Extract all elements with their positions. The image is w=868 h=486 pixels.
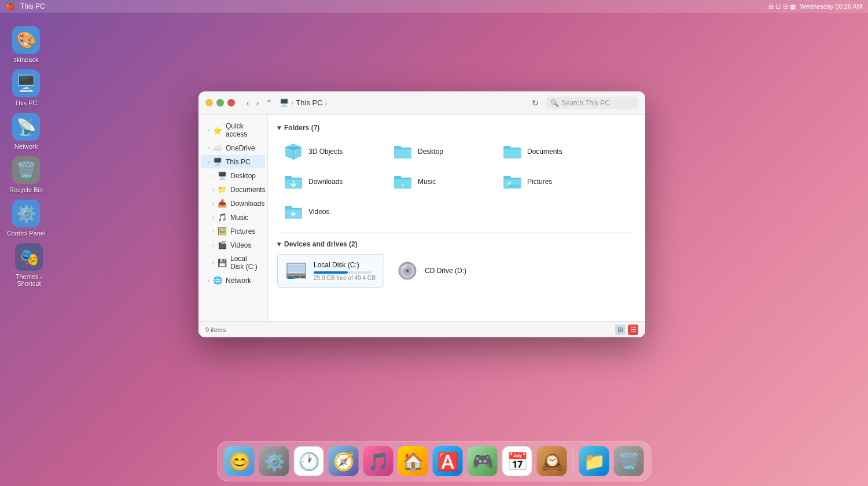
sidebar-item-documents[interactable]: › 📁 Documents	[201, 183, 265, 196]
refresh-button[interactable]: ↻	[529, 97, 541, 109]
network-sidebar-label: Network	[226, 277, 251, 285]
chevron-icon: ›	[208, 145, 209, 151]
svg-text:♪: ♪	[402, 181, 404, 187]
sidebar-item-pictures[interactable]: › 🖼️ Pictures	[201, 224, 265, 238]
breadcrumb: 🖥️ › This PC ›	[279, 98, 525, 107]
minimize-button[interactable]	[205, 99, 213, 106]
file-item-downloads[interactable]: Downloads	[277, 168, 384, 196]
music-sidebar-label: Music	[230, 213, 248, 222]
traffic-lights	[205, 99, 235, 106]
recycle-bin-icon: 🗑️	[12, 156, 40, 184]
sidebar-item-network[interactable]: › 🌐 Network	[201, 274, 265, 287]
folders-section-header[interactable]: ▾ Folders (7)	[277, 124, 636, 132]
sidebar-item-this-pc[interactable]: › 🖥️ This PC	[201, 155, 265, 168]
dock-item-app-store[interactable]: 🅰️	[433, 446, 463, 476]
file-item-music[interactable]: ♪ Music	[387, 168, 494, 196]
desktop-icon-control-panel[interactable]: ⚙️ Control Panel	[6, 200, 46, 237]
sidebar-item-desktop[interactable]: › 🖥️ Desktop	[201, 169, 265, 182]
this-pc-sidebar-icon: 🖥️	[213, 157, 222, 166]
themes-label: Themes - Shortcut	[6, 273, 52, 287]
videos-sidebar-label: Videos	[230, 241, 251, 249]
menubar-left: 🍎 This PC	[6, 2, 45, 10]
file-item-3d-objects[interactable]: 3D Objects	[277, 138, 384, 165]
dock-separator	[573, 450, 573, 473]
sidebar-item-downloads[interactable]: › 📥 Downloads	[201, 197, 265, 210]
forward-button[interactable]: ›	[254, 97, 262, 109]
dock-item-time-machine[interactable]: 🕰️	[537, 446, 567, 476]
desktop-icon-recycle-bin[interactable]: 🗑️ Recycle Bin	[6, 156, 46, 193]
desktop-icon-themes[interactable]: 🎭 Themes - Shortcut	[6, 243, 52, 287]
list-view-button[interactable]: ☰	[628, 325, 638, 335]
desktop-folder-icon	[392, 141, 413, 162]
desktop-sidebar-label: Desktop	[230, 172, 256, 180]
control-panel-label: Control Panel	[7, 230, 46, 237]
maximize-button[interactable]	[216, 99, 224, 106]
documents-folder-name: Documents	[527, 148, 562, 156]
dock-item-gaming[interactable]: 🎮	[468, 446, 498, 476]
chevron-icon: ›	[212, 173, 214, 179]
documents-sidebar-icon: 📁	[218, 185, 227, 194]
dock-item-files[interactable]: 📁	[579, 446, 609, 476]
apple-menu[interactable]: 🍎	[6, 2, 14, 10]
local-disk-icon	[285, 259, 308, 282]
dock-item-finder[interactable]: 😊	[225, 446, 255, 476]
dock-item-home[interactable]: 🏠	[398, 446, 428, 476]
file-item-documents[interactable]: Documents	[496, 138, 603, 165]
dock-item-clock[interactable]: 🕐	[294, 446, 324, 476]
sidebar-item-local-disk[interactable]: › 💾 Local Disk (C:)	[201, 252, 265, 273]
sidebar-item-onedrive[interactable]: › ☁️ OneDrive	[201, 141, 265, 154]
dock-item-system-prefs[interactable]: ⚙️	[259, 446, 289, 476]
content-area: › ⭐ Quick access › ☁️ OneDrive › 🖥️ This…	[198, 115, 645, 321]
chevron-icon: ›	[212, 201, 214, 207]
grid-view-button[interactable]: ⊞	[615, 325, 626, 335]
quick-access-icon: ⭐	[213, 126, 222, 135]
datetime: Wednesday 06:26 AM	[800, 3, 862, 10]
chevron-icon: ›	[212, 187, 214, 193]
dock-item-music[interactable]: 🎵	[363, 446, 393, 476]
documents-folder-icon	[502, 141, 523, 162]
dock: 😊 ⚙️ 🕐 🧭 🎵 🏠 🅰️ 🎮 📅 🕰️ 📁 🗑️	[217, 441, 652, 481]
up-button[interactable]: ⌃	[263, 97, 275, 109]
drives-section-label: Devices and drives (2)	[284, 240, 358, 248]
search-box[interactable]: 🔍 Search This PC	[546, 97, 638, 109]
sidebar-item-quick-access[interactable]: › ⭐ Quick access	[201, 120, 265, 141]
local-disk-bar-fill	[314, 271, 348, 274]
drives-toggle-icon: ▾	[277, 240, 281, 248]
chevron-icon: ›	[212, 229, 214, 234]
3d-objects-icon	[283, 141, 304, 162]
this-pc-label: This PC	[14, 100, 37, 106]
sidebar-item-music[interactable]: › 🎵 Music	[201, 211, 265, 224]
search-icon: 🔍	[550, 99, 559, 107]
desktop-folder-name: Desktop	[418, 148, 443, 156]
sidebar-item-videos[interactable]: › 🎬 Videos	[201, 238, 265, 252]
videos-folder-icon	[283, 201, 304, 222]
drives-grid: Local Disk (C:) 29.0 GB free of 49.4 GB	[277, 254, 636, 288]
pictures-sidebar-label: Pictures	[230, 227, 255, 235]
back-button[interactable]: ‹	[244, 97, 252, 109]
drive-item-cd[interactable]: CD Drive (D:)	[389, 254, 496, 288]
file-item-pictures[interactable]: Pictures	[496, 168, 603, 196]
chevron-icon: ›	[206, 161, 212, 163]
svg-rect-10	[288, 265, 305, 272]
file-item-videos[interactable]: Videos	[277, 198, 384, 226]
local-disk-sidebar-icon: 💾	[218, 259, 227, 267]
local-disk-info: Local Disk (C:) 29.0 GB free of 49.4 GB	[314, 261, 376, 281]
desktop-icon-skinpack[interactable]: 🎨 skinpack	[6, 26, 46, 63]
drives-section-header[interactable]: ▾ Devices and drives (2)	[277, 240, 636, 248]
downloads-sidebar-label: Downloads	[230, 200, 264, 208]
desktop-icon-this-pc[interactable]: 🖥️ This PC	[6, 69, 46, 106]
svg-rect-11	[288, 276, 293, 278]
breadcrumb-this-pc[interactable]: This PC	[296, 98, 322, 107]
videos-folder-name: Videos	[308, 208, 329, 216]
onedrive-label: OneDrive	[226, 144, 255, 152]
dock-item-safari[interactable]: 🧭	[329, 446, 359, 476]
drive-item-local-disk[interactable]: Local Disk (C:) 29.0 GB free of 49.4 GB	[277, 254, 384, 288]
close-button[interactable]	[227, 99, 235, 106]
desktop-icon-network[interactable]: 📡 Network	[6, 113, 46, 150]
dock-item-trash[interactable]: 🗑️	[614, 446, 644, 476]
local-disk-sidebar-label: Local Disk (C:)	[230, 255, 260, 271]
chevron-icon: ›	[208, 127, 209, 133]
file-item-desktop[interactable]: Desktop	[387, 138, 494, 165]
dock-item-calendar[interactable]: 📅	[502, 446, 532, 476]
svg-rect-9	[288, 275, 305, 276]
